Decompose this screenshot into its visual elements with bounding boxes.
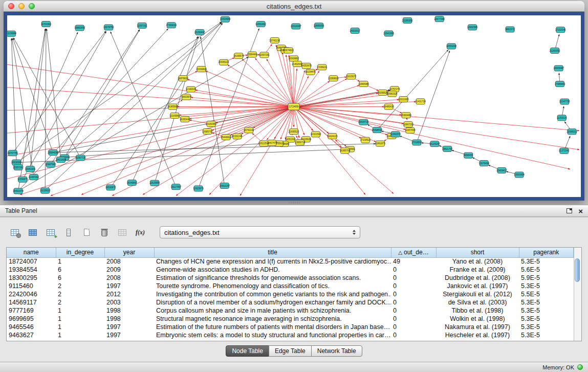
graph-edge[interactable] — [242, 59, 294, 106]
cell-in_degree[interactable]: 1 — [56, 257, 104, 266]
table-row[interactable]: 977716911998Corpus callosum shape and si… — [7, 307, 574, 315]
graph-edge[interactable] — [209, 107, 294, 195]
table-scrollbar[interactable] — [574, 248, 581, 341]
cell-out_degree[interactable]: 0 — [391, 331, 436, 339]
cell-title[interactable]: Changes of HCN gene expression and I(f) … — [154, 257, 391, 266]
cell-year[interactable]: 1998 — [104, 315, 154, 323]
cell-short[interactable]: Yano et al. (2008) — [436, 257, 519, 266]
graph-edge[interactable] — [187, 79, 294, 106]
cell-name[interactable]: 9465546 — [7, 323, 56, 331]
cell-name[interactable]: 9777169 — [7, 307, 56, 315]
graph-edge[interactable] — [294, 90, 390, 107]
panel-splitter[interactable] — [0, 201, 588, 205]
graph-edge[interactable] — [51, 30, 140, 165]
cell-title[interactable]: Structural magnetic resonance image aver… — [154, 315, 391, 323]
graph-edge[interactable] — [417, 51, 450, 143]
delete-table-icon[interactable] — [98, 226, 111, 239]
close-panel-icon[interactable]: × — [578, 207, 583, 215]
graph-edge[interactable] — [112, 107, 294, 196]
graph-edge[interactable] — [255, 58, 294, 107]
graph-edge[interactable] — [176, 107, 294, 196]
graph-edge[interactable] — [11, 38, 16, 163]
cell-in_degree[interactable]: 6 — [56, 274, 104, 282]
cell-name[interactable]: 18300295 — [7, 274, 56, 282]
cell-pagerank[interactable]: 5.9E-5 — [519, 274, 574, 282]
new-column-icon[interactable] — [44, 226, 57, 239]
table-mode-icon[interactable] — [8, 226, 21, 239]
graph-edge[interactable] — [51, 107, 294, 196]
graph-edge[interactable] — [191, 97, 294, 106]
graph-edge[interactable] — [276, 45, 294, 107]
graph-edge[interactable] — [13, 38, 80, 158]
cell-short[interactable]: Franke et al. (2009) — [436, 266, 519, 274]
tab-node-table[interactable]: Node Table — [226, 345, 269, 357]
cell-out_degree[interactable]: 0 — [391, 282, 436, 290]
table-row[interactable]: 2242004622012Investigating the contribut… — [7, 290, 574, 298]
table-row[interactable]: 1456911722003Disruption of a novel membe… — [7, 298, 574, 307]
cell-short[interactable]: Nakamura et al. (1997) — [436, 323, 519, 331]
graph-edge[interactable] — [294, 70, 305, 106]
column-header-year[interactable]: year — [104, 248, 154, 257]
close-button[interactable] — [8, 3, 14, 9]
cell-title[interactable]: Disruption of a novel member of a sodium… — [154, 298, 391, 307]
cell-year[interactable]: 2008 — [104, 274, 154, 282]
function-builder-icon[interactable]: f(x) — [134, 226, 147, 239]
cell-pagerank[interactable]: 5.3E-5 — [519, 298, 574, 307]
cell-short[interactable]: Jankovic et al. (1997) — [436, 282, 519, 290]
graph-edge[interactable] — [294, 85, 359, 107]
cell-in_degree[interactable]: 2 — [56, 282, 104, 290]
cell-out_degree[interactable]: 0 — [391, 323, 436, 331]
cell-out_degree[interactable]: 0 — [391, 315, 436, 323]
column-header-short[interactable]: short — [436, 248, 519, 257]
graph-edge[interactable] — [7, 107, 294, 180]
table-row[interactable]: 969969511998Structural magnetic resonanc… — [7, 315, 574, 323]
graph-edge[interactable] — [53, 90, 390, 152]
graph-edge[interactable] — [13, 31, 106, 154]
cell-out_degree[interactable]: 0 — [391, 307, 436, 315]
graph-edge[interactable] — [53, 144, 376, 152]
cell-short[interactable]: Hescheler et al. (1997) — [436, 331, 519, 339]
cell-name[interactable]: 9463627 — [7, 331, 56, 339]
import-table-icon[interactable] — [116, 226, 129, 239]
cell-out_degree[interactable]: 0 — [391, 298, 436, 307]
cell-pagerank[interactable]: 5.5E-5 — [519, 290, 574, 298]
cell-year[interactable]: 1997 — [104, 282, 154, 290]
table-row[interactable]: 1830029562008Estimation of significance … — [7, 274, 574, 282]
cell-pagerank[interactable]: 5.3E-5 — [519, 257, 574, 266]
cell-short[interactable]: Tibbo et al. (1998) — [436, 307, 519, 315]
table-row[interactable]: 946554611997Estimation of the future num… — [7, 323, 574, 331]
tab-edge-table[interactable]: Edge Table — [269, 345, 312, 357]
cell-short[interactable]: de Silva et al. (2003) — [436, 298, 519, 307]
cell-name[interactable]: 9115460 — [7, 282, 56, 290]
graph-edge[interactable] — [215, 107, 294, 123]
cell-title[interactable]: Embryonic stem cells: a model to study s… — [154, 331, 391, 339]
cell-short[interactable]: Wolkin et al. (1998) — [436, 315, 519, 323]
graph-edge[interactable] — [377, 50, 448, 130]
graph-edge[interactable] — [201, 37, 225, 186]
cell-name[interactable]: 22420046 — [7, 290, 56, 298]
cell-short[interactable]: Dudbridge et al. (2008) — [436, 274, 519, 282]
graph-edge[interactable] — [294, 71, 319, 107]
graph-edge[interactable] — [206, 71, 294, 107]
cell-in_degree[interactable]: 1 — [56, 323, 104, 331]
cell-year[interactable]: 2003 — [104, 298, 154, 307]
cell-name[interactable]: 19384554 — [7, 266, 56, 274]
cell-pagerank[interactable]: 5.3E-5 — [519, 307, 574, 315]
cell-year[interactable]: 1997 — [104, 323, 154, 331]
graph-edge[interactable] — [64, 30, 140, 158]
table-row[interactable]: 946362711997Embryonic stem cells: a mode… — [7, 331, 574, 339]
cell-name[interactable]: 9699695 — [7, 315, 56, 323]
graph-edge[interactable] — [189, 107, 294, 119]
cell-in_degree[interactable]: 2 — [56, 290, 104, 298]
cell-out_degree[interactable]: 49 — [391, 257, 436, 266]
graph-edge[interactable] — [195, 90, 294, 106]
cell-pagerank[interactable]: 5.3E-5 — [519, 331, 574, 339]
column-header-out_degree[interactable]: △out_de… — [391, 248, 436, 257]
cell-year[interactable]: 2009 — [104, 266, 154, 274]
cell-pagerank[interactable]: 5.6E-5 — [519, 266, 574, 274]
cell-pagerank[interactable]: 5.3E-5 — [519, 282, 574, 290]
zoom-button[interactable] — [29, 3, 35, 9]
cell-name[interactable]: 18724007 — [7, 257, 56, 266]
graph-edge[interactable] — [155, 37, 199, 183]
select-columns-icon[interactable] — [26, 226, 39, 239]
